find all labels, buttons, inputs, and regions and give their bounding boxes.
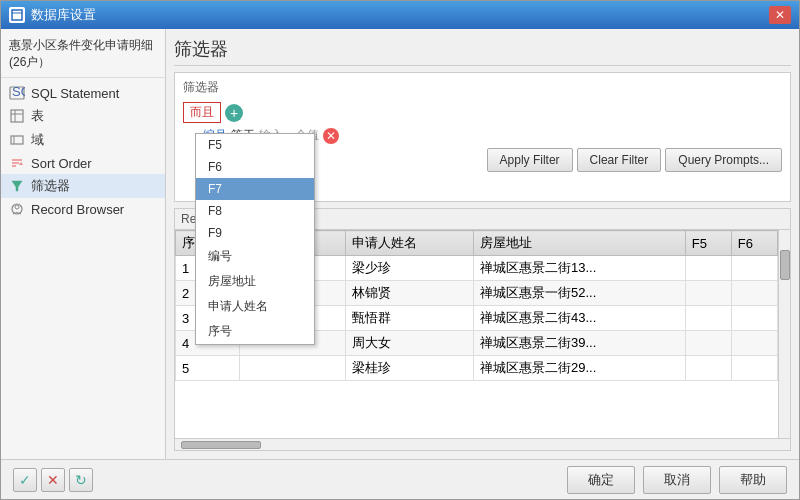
delete-icon-button[interactable]: ✕ (41, 468, 65, 492)
cell-1-3: 禅城区惠景一街52... (474, 281, 686, 306)
sidebar-filter-label: 筛选器 (31, 177, 70, 195)
cell-0-3: 禅城区惠景二街13... (474, 256, 686, 281)
cell-2-2: 甄悟群 (346, 306, 474, 331)
sidebar-item-table[interactable]: 表 (1, 104, 165, 128)
sidebar-sort-label: Sort Order (31, 156, 92, 171)
cell-2-3: 禅城区惠景二街43... (474, 306, 686, 331)
cell-1-4 (685, 281, 731, 306)
cell-3-2: 周大女 (346, 331, 474, 356)
bottom-left-buttons: ✓ ✕ ↻ (13, 468, 93, 492)
dropdown-item-xuhao[interactable]: 序号 (196, 319, 314, 344)
remove-condition-button[interactable]: ✕ (323, 128, 339, 144)
cell-4-4 (685, 356, 731, 381)
dropdown-item-fangwu[interactable]: 房屋地址 (196, 269, 314, 294)
confirm-button[interactable]: 确定 (567, 466, 635, 494)
sidebar-field-label: 域 (31, 131, 44, 149)
sidebar-item-sort[interactable]: Sort Order (1, 152, 165, 174)
cell-2-4 (685, 306, 731, 331)
cell-3-3: 禅城区惠景二街39... (474, 331, 686, 356)
help-button[interactable]: 帮助 (719, 466, 787, 494)
cell-4-1 (239, 356, 345, 381)
query-prompts-button[interactable]: Query Prompts... (665, 148, 782, 172)
field-dropdown[interactable]: F5 F6 F7 F8 F9 编号 房屋地址 申请人姓名 序号 (195, 133, 315, 345)
col-header-2: 申请人姓名 (346, 231, 474, 256)
sidebar-header: 惠景小区条件变化申请明细(26户） (1, 33, 165, 78)
filter-section-title: 筛选器 (183, 79, 782, 96)
clear-filter-button[interactable]: Clear Filter (577, 148, 662, 172)
dropdown-item-f7[interactable]: F7 (196, 178, 314, 200)
filter-section: 筛选器 而且 + 编号 等于 输入一个值 ✕ F5 F6 F7 F8 (174, 72, 791, 202)
titlebar: 数据库设置 ✕ (1, 1, 799, 29)
record-icon (9, 201, 25, 217)
apply-filter-button[interactable]: Apply Filter (487, 148, 573, 172)
window-icon (9, 7, 25, 23)
svg-text:SQL: SQL (12, 85, 25, 99)
filter-icon (9, 178, 25, 194)
cell-4-2: 梁桂珍 (346, 356, 474, 381)
dropdown-item-f8[interactable]: F8 (196, 200, 314, 222)
table-row[interactable]: 5梁桂珍禅城区惠景二街29... (176, 356, 778, 381)
hscroll-thumb[interactable] (181, 441, 261, 449)
cell-0-4 (685, 256, 731, 281)
cell-4-0: 5 (176, 356, 240, 381)
cancel-button[interactable]: 取消 (643, 466, 711, 494)
bottom-bar: ✓ ✕ ↻ 确定 取消 帮助 (1, 459, 799, 499)
col-header-3: 房屋地址 (474, 231, 686, 256)
horizontal-scrollbar[interactable] (175, 438, 790, 450)
table-icon (9, 108, 25, 124)
svg-rect-4 (11, 110, 23, 122)
main-content: 惠景小区条件变化申请明细(26户） SQL SQL Statement (1, 29, 799, 459)
cell-3-4 (685, 331, 731, 356)
titlebar-left: 数据库设置 (9, 6, 96, 24)
sidebar: 惠景小区条件变化申请明细(26户） SQL SQL Statement (1, 29, 166, 459)
vertical-scrollbar[interactable] (778, 230, 790, 438)
svg-rect-7 (11, 136, 23, 144)
svg-rect-0 (12, 10, 22, 20)
col-header-4: F5 (685, 231, 731, 256)
close-button[interactable]: ✕ (769, 6, 791, 24)
bottom-right-buttons: 确定 取消 帮助 (567, 466, 787, 494)
refresh-icon-button[interactable]: ↻ (69, 468, 93, 492)
sidebar-item-record[interactable]: Record Browser (1, 198, 165, 220)
sidebar-item-filter[interactable]: 筛选器 (1, 174, 165, 198)
and-tag[interactable]: 而且 (183, 102, 221, 123)
sidebar-record-label: Record Browser (31, 202, 124, 217)
sidebar-table-label: 表 (31, 107, 44, 125)
sidebar-item-field[interactable]: 域 (1, 128, 165, 152)
filter-row: 而且 + (183, 102, 782, 123)
svg-point-15 (15, 205, 19, 209)
field-icon (9, 132, 25, 148)
cell-0-5 (731, 256, 777, 281)
cell-2-5 (731, 306, 777, 331)
panel-title: 筛选器 (174, 37, 791, 66)
sidebar-item-sql[interactable]: SQL SQL Statement (1, 82, 165, 104)
sidebar-sql-label: SQL Statement (31, 86, 119, 101)
right-panel: 筛选器 筛选器 而且 + 编号 等于 输入一个值 ✕ F5 F6 (166, 29, 799, 459)
col-header-5: F6 (731, 231, 777, 256)
window-title: 数据库设置 (31, 6, 96, 24)
svg-marker-12 (19, 162, 23, 165)
svg-marker-13 (12, 181, 22, 191)
dropdown-item-f9[interactable]: F9 (196, 222, 314, 244)
cell-4-3: 禅城区惠景二街29... (474, 356, 686, 381)
scrollbar-thumb[interactable] (780, 250, 790, 280)
save-icon-button[interactable]: ✓ (13, 468, 37, 492)
sql-icon: SQL (9, 85, 25, 101)
main-window: 数据库设置 ✕ 惠景小区条件变化申请明细(26户） SQL SQL Statem… (0, 0, 800, 500)
sort-icon (9, 155, 25, 171)
dropdown-item-biaohao[interactable]: 编号 (196, 244, 314, 269)
cell-4-5 (731, 356, 777, 381)
cell-1-5 (731, 281, 777, 306)
dropdown-item-shenqing[interactable]: 申请人姓名 (196, 294, 314, 319)
cell-0-2: 梁少珍 (346, 256, 474, 281)
dropdown-item-f6[interactable]: F6 (196, 156, 314, 178)
cell-3-5 (731, 331, 777, 356)
cell-1-2: 林锦贤 (346, 281, 474, 306)
add-condition-button[interactable]: + (225, 104, 243, 122)
dropdown-item-f5[interactable]: F5 (196, 134, 314, 156)
